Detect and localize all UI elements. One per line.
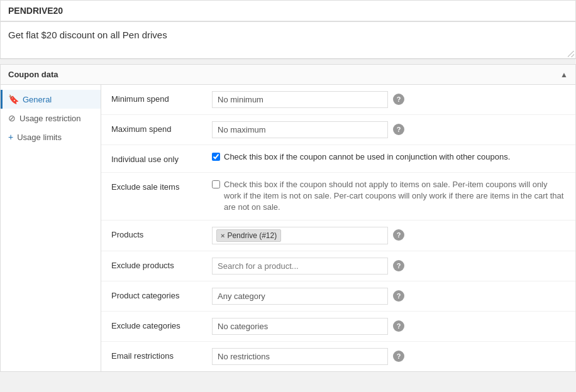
minimum-spend-field: ? (212, 91, 565, 108)
individual-use-field: Check this box if the coupon cannot be u… (212, 151, 565, 163)
products-input-wrap[interactable]: × Pendrive (#12) (212, 227, 388, 244)
product-tag-name: Pendrive (#12) (227, 231, 277, 240)
panel-body: 🔖 General ⊘ Usage restriction + Usage li… (1, 85, 575, 371)
exclude-categories-label: Exclude categories (111, 318, 212, 330)
minimum-spend-row: Minimum spend ? (101, 85, 575, 115)
exclude-products-field: ? (212, 258, 565, 275)
exclude-sale-row: Exclude sale items Check this box if the… (101, 173, 575, 220)
email-restrictions-row: Email restrictions ? (101, 342, 575, 371)
minimum-spend-help-icon[interactable]: ? (393, 94, 404, 105)
panel-header: Coupon data ▲ (1, 65, 575, 85)
exclude-sale-label: Exclude sale items (111, 179, 212, 192)
email-restrictions-help-icon[interactable]: ? (393, 351, 404, 362)
usage-limits-tab-icon: + (8, 132, 13, 142)
tab-general[interactable]: 🔖 General (1, 90, 101, 109)
page-wrapper: PENDRIVE20 Get flat $20 discount on all … (0, 0, 576, 392)
individual-use-row: Individual use only Check this box if th… (101, 145, 575, 173)
maximum-spend-help-icon[interactable]: ? (393, 124, 404, 135)
email-restrictions-label: Email restrictions (111, 348, 212, 361)
product-categories-field: ? (212, 288, 565, 305)
maximum-spend-field: ? (212, 121, 565, 138)
products-help-icon[interactable]: ? (393, 229, 404, 241)
tab-usage-restriction-label: Usage restriction (19, 114, 81, 123)
product-tag-remove[interactable]: × (221, 232, 224, 239)
general-tab-icon: 🔖 (8, 94, 19, 104)
coupon-code-value: PENDRIVE20 (8, 6, 63, 16)
tab-usage-limits[interactable]: + Usage limits (1, 128, 101, 146)
email-restrictions-field: ? (212, 348, 565, 365)
exclude-products-help-icon[interactable]: ? (393, 260, 404, 271)
individual-use-label: Individual use only (111, 151, 212, 164)
tab-content: Minimum spend ? Maximum spend ? (101, 85, 575, 371)
usage-restriction-tab-icon: ⊘ (8, 113, 16, 123)
panel-toggle-button[interactable]: ▲ (560, 70, 568, 79)
coupon-description-text: Get flat $20 discount on all Pen drives (8, 30, 167, 40)
resize-handle[interactable] (568, 51, 574, 57)
product-tag: × Pendrive (#12) (216, 229, 281, 242)
tab-usage-restriction[interactable]: ⊘ Usage restriction (1, 109, 101, 128)
minimum-spend-input[interactable] (212, 91, 388, 108)
coupon-code-field: PENDRIVE20 (0, 0, 576, 21)
product-categories-label: Product categories (111, 288, 212, 300)
individual-use-description: Check this box if the coupon cannot be u… (224, 151, 510, 163)
exclude-categories-row: Exclude categories ? (101, 312, 575, 342)
exclude-categories-input[interactable] (212, 318, 388, 335)
product-categories-input[interactable] (212, 288, 388, 305)
exclude-categories-field: ? (212, 318, 565, 335)
coupon-data-panel: Coupon data ▲ 🔖 General ⊘ Usage restrict… (0, 64, 576, 372)
exclude-products-row: Exclude products ? (101, 251, 575, 281)
individual-use-checkbox[interactable] (212, 153, 220, 161)
maximum-spend-input[interactable] (212, 121, 388, 138)
email-restrictions-input[interactable] (212, 348, 388, 365)
product-categories-row: Product categories ? (101, 281, 575, 312)
exclude-products-input[interactable] (212, 258, 388, 275)
exclude-sale-description: Check this box if the coupon should not … (224, 179, 565, 214)
exclude-categories-help-icon[interactable]: ? (393, 320, 404, 332)
products-search-input[interactable] (284, 229, 384, 241)
individual-use-checkbox-row: Check this box if the coupon cannot be u… (212, 151, 510, 163)
exclude-sale-checkbox-row: Check this box if the coupon should not … (212, 179, 565, 214)
exclude-sale-field: Check this box if the coupon should not … (212, 179, 565, 214)
panel-title: Coupon data (8, 70, 58, 79)
tab-general-label: General (23, 95, 52, 104)
tab-usage-limits-label: Usage limits (17, 133, 62, 142)
maximum-spend-row: Maximum spend ? (101, 115, 575, 145)
maximum-spend-label: Maximum spend (111, 121, 212, 134)
minimum-spend-label: Minimum spend (111, 91, 212, 104)
products-row: Products × Pendrive (#12) ? (101, 220, 575, 251)
products-field: × Pendrive (#12) ? (212, 227, 565, 244)
exclude-sale-checkbox[interactable] (212, 180, 220, 188)
exclude-products-label: Exclude products (111, 258, 212, 270)
coupon-description-field: Get flat $20 discount on all Pen drives (0, 21, 576, 59)
product-categories-help-icon[interactable]: ? (393, 290, 404, 302)
products-label: Products (111, 227, 212, 239)
tabs-sidebar: 🔖 General ⊘ Usage restriction + Usage li… (1, 85, 101, 371)
